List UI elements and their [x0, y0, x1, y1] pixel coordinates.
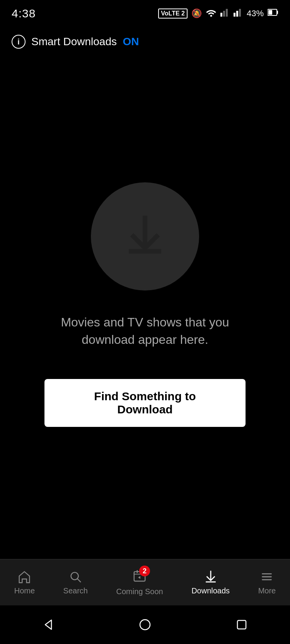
wifi-icon: [206, 8, 217, 19]
nav-label-home: Home: [14, 586, 35, 595]
home-button[interactable]: [133, 613, 157, 636]
search-icon: [68, 569, 83, 584]
more-icon: [259, 569, 274, 584]
volte-icon: VoLTE 2: [158, 8, 188, 19]
svg-rect-9: [268, 10, 272, 15]
nav-label-search: Search: [63, 586, 88, 595]
download-icon-circle: [91, 182, 199, 291]
nav-item-more[interactable]: More: [258, 569, 276, 595]
find-something-button[interactable]: Find Something to Download: [44, 379, 246, 427]
empty-state-description: Movies and TV shows that you download ap…: [48, 314, 242, 348]
svg-point-0: [210, 15, 212, 17]
status-bar: 4:38 VoLTE 2 🔕 43%: [0, 0, 290, 27]
battery-icon: [268, 8, 278, 19]
svg-rect-1: [220, 13, 222, 17]
svg-rect-8: [277, 11, 278, 14]
svg-point-23: [140, 620, 150, 630]
info-icon: i: [12, 35, 26, 49]
signal2-icon: [234, 8, 243, 19]
system-nav: [0, 605, 290, 644]
status-icons: VoLTE 2 🔕 43%: [158, 8, 278, 19]
recents-button[interactable]: [230, 613, 253, 636]
svg-marker-22: [45, 620, 51, 629]
svg-rect-15: [136, 570, 138, 573]
nav-item-home[interactable]: Home: [14, 569, 35, 595]
nav-label-coming-soon: Coming Soon: [116, 587, 163, 596]
nav-item-coming-soon[interactable]: 2 Coming Soon: [116, 569, 163, 596]
back-button[interactable]: [37, 613, 60, 636]
svg-line-13: [77, 579, 81, 582]
main-content: Movies and TV shows that you download ap…: [0, 50, 290, 559]
mute-icon: 🔕: [191, 8, 202, 19]
svg-rect-24: [237, 620, 246, 629]
svg-rect-6: [239, 9, 241, 17]
svg-rect-2: [223, 11, 225, 17]
nav-label-more: More: [258, 586, 276, 595]
smart-downloads-label: Smart Downloads ON: [31, 36, 139, 48]
svg-rect-4: [234, 13, 235, 17]
svg-rect-3: [226, 9, 228, 17]
status-time: 4:38: [12, 7, 36, 20]
bottom-nav: Home Search 2 Coming Soon Do: [0, 559, 290, 605]
signal-icon: [220, 8, 230, 19]
nav-item-downloads[interactable]: Downloads: [191, 569, 230, 595]
coming-soon-badge: 2: [139, 566, 150, 576]
nav-item-search[interactable]: Search: [63, 569, 88, 595]
nav-label-downloads: Downloads: [191, 586, 230, 595]
download-icon: [122, 213, 168, 260]
battery-percentage: 43%: [247, 8, 264, 19]
smart-downloads-status: ON: [123, 36, 139, 48]
home-icon: [17, 569, 32, 584]
downloads-icon: [203, 569, 218, 584]
svg-rect-5: [236, 11, 238, 17]
